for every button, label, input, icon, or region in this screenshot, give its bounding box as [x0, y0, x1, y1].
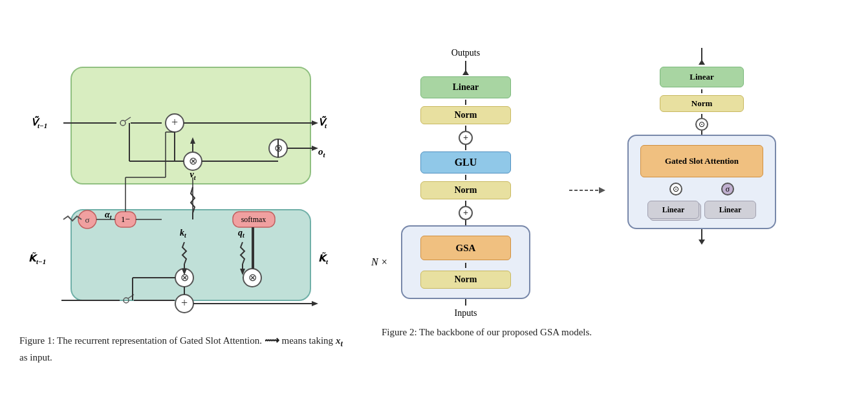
linear-left-wrapper: Linear [647, 201, 699, 219]
xt-label: xt [336, 335, 343, 346]
svg-marker-18 [312, 146, 318, 151]
svg-text:⊗: ⊗ [189, 155, 197, 166]
dashed-arrow [569, 48, 608, 255]
fig2-caption-text: Figure 2: The backbone of our proposed G… [382, 327, 592, 337]
gsa-norm-box: Norm [660, 95, 744, 112]
fig1-container: Ṽt−1 Ṽt ot K̃t−1 K̃t + [19, 48, 356, 364]
svg-text:K̃t−1: K̃t−1 [28, 252, 46, 265]
n-times-label: N × [371, 256, 387, 268]
plus-circle-mid: + [459, 206, 473, 220]
outputs-label: Outputs [451, 48, 480, 58]
svg-text:softmax: softmax [241, 215, 266, 224]
svg-text:⊗: ⊗ [248, 272, 257, 283]
zigzag-symbol: ⟿ [265, 335, 279, 346]
linear-box-top: Linear [420, 76, 511, 98]
fork-circle-left: ⊙ [669, 183, 682, 195]
norm-top-box: Norm [420, 106, 511, 124]
gated-slot-attention-box: Gated Slot Attention [640, 145, 763, 177]
fig1-caption3: as input. [19, 352, 52, 363]
gsa-box: GSA [420, 236, 511, 260]
gsa-section-box: N × GSA Norm [401, 225, 530, 299]
fig1-caption-text: Figure 1: The recurrent representation o… [19, 335, 262, 346]
svg-text:K̃t: K̃t [318, 252, 329, 265]
norm-bot-box: Norm [420, 271, 511, 289]
svg-text:σ: σ [85, 215, 89, 225]
fig2-container: Outputs Linear Norm + GLU [382, 48, 849, 340]
fig2-caption: Figure 2: The backbone of our proposed G… [382, 325, 592, 340]
svg-text:ot: ot [318, 146, 326, 159]
svg-text:+: + [181, 296, 188, 309]
gsa-detail-box: Gated Slot Attention ⊙ σ Linear Linear [627, 135, 776, 229]
svg-text:+: + [171, 116, 178, 129]
fork-circle-top: ⊙ [695, 118, 708, 131]
bottom-linears: Linear Linear [647, 201, 756, 219]
plus-circle-top: + [459, 131, 473, 145]
norm-mid-box: Norm [420, 181, 511, 199]
gsa-detail-container: Linear Norm ⊙ Gated Slot Attention ⊙ σ [627, 48, 776, 245]
fig1-svg: Ṽt−1 Ṽt ot K̃t−1 K̃t + [19, 48, 356, 326]
svg-text:1−: 1− [121, 214, 130, 224]
linear-right-box: Linear [704, 201, 756, 219]
inputs-label: Inputs [455, 308, 477, 318]
fig1-caption2: means taking [282, 335, 336, 346]
svg-marker-72 [599, 187, 605, 194]
glu-box: GLU [420, 151, 511, 173]
svg-text:Ṽt: Ṽt [318, 116, 327, 129]
fig2-diagrams: Outputs Linear Norm + GLU [382, 48, 849, 318]
bottom-circles: ⊙ σ [669, 183, 734, 195]
svg-marker-14 [312, 120, 318, 126]
fig1-caption: Figure 1: The recurrent representation o… [19, 333, 343, 364]
sigma-circle-right: σ [721, 183, 734, 195]
linear-left-box: Linear [647, 201, 699, 219]
gsa-linear-top: Linear [660, 67, 744, 87]
svg-marker-63 [312, 301, 318, 306]
main-container: Ṽt−1 Ṽt ot K̃t−1 K̃t + [0, 35, 868, 377]
fig1-diagram: Ṽt−1 Ṽt ot K̃t−1 K̃t + [19, 48, 356, 326]
svg-text:Ṽt−1: Ṽt−1 [31, 116, 47, 129]
